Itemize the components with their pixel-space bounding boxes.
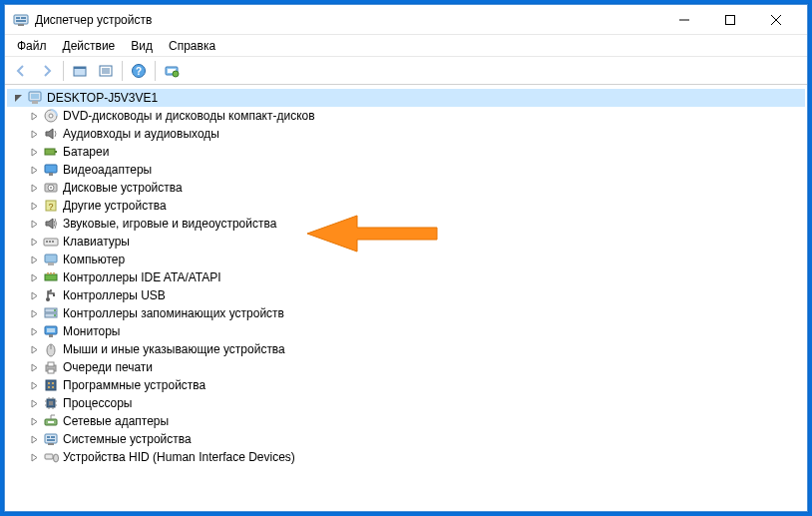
system-icon	[43, 431, 59, 447]
tree-item[interactable]: Устройства HID (Human Interface Devices)	[7, 448, 805, 466]
tree-item[interactable]: Дисковые устройства	[7, 179, 805, 197]
tree-content[interactable]: DESKTOP-J5V3VE1 DVD-дисководы и дисковод…	[5, 85, 807, 511]
svg-rect-3	[16, 20, 26, 22]
tree-item[interactable]: DVD-дисководы и дисководы компакт-дисков	[7, 107, 805, 125]
svg-rect-72	[45, 434, 57, 443]
expand-icon[interactable]	[27, 450, 41, 464]
svg-rect-49	[49, 334, 53, 337]
expand-icon[interactable]	[27, 217, 41, 231]
tree-item-label: Программные устройства	[63, 378, 205, 392]
svg-rect-33	[49, 241, 51, 243]
device-tree: DESKTOP-J5V3VE1 DVD-дисководы и дисковод…	[7, 88, 805, 467]
svg-point-46	[54, 314, 56, 316]
svg-rect-5	[726, 15, 735, 24]
expand-icon[interactable]	[27, 127, 41, 141]
expand-icon[interactable]	[27, 235, 41, 249]
expand-icon[interactable]	[27, 163, 41, 177]
tree-item[interactable]: Контроллеры запоминающих устройств	[7, 304, 805, 322]
tree-item-label: Дисковые устройства	[63, 181, 183, 195]
tree-item[interactable]: Мониторы	[7, 322, 805, 340]
storage-icon	[43, 305, 59, 321]
expand-icon[interactable]	[27, 414, 41, 428]
menu-action[interactable]: Действие	[55, 37, 124, 55]
expand-icon[interactable]	[27, 145, 41, 159]
titlebar: Диспетчер устройств	[5, 5, 807, 35]
svg-rect-4	[18, 24, 24, 26]
back-button[interactable]	[9, 59, 33, 83]
tree-item-label: Контроллеры IDE ATA/ATAPI	[63, 270, 221, 284]
expand-icon[interactable]	[27, 432, 41, 446]
svg-rect-40	[53, 272, 55, 274]
tree-item[interactable]: ?Другие устройства	[7, 197, 805, 215]
toolbar-button-4[interactable]	[94, 59, 118, 83]
help-button[interactable]: ?	[127, 59, 151, 83]
tree-item-label: Клавиатуры	[63, 235, 130, 249]
expand-icon[interactable]	[27, 253, 41, 266]
expand-icon[interactable]	[27, 181, 41, 195]
tree-item-label: Компьютер	[63, 253, 125, 266]
menu-help[interactable]: Справка	[161, 37, 223, 55]
tree-item[interactable]: Контроллеры IDE ATA/ATAPI	[7, 268, 805, 286]
show-hidden-button[interactable]	[68, 59, 92, 83]
tree-item[interactable]: Системные устройства	[7, 430, 805, 448]
expand-icon[interactable]	[27, 306, 41, 320]
hid-icon	[43, 449, 59, 465]
forward-button[interactable]	[35, 59, 59, 83]
svg-text:?: ?	[48, 202, 53, 212]
expand-icon[interactable]	[27, 199, 41, 213]
tree-item-label: Видеоадаптеры	[63, 163, 152, 177]
expand-icon[interactable]	[27, 288, 41, 302]
svg-rect-75	[47, 439, 55, 441]
tree-item[interactable]: Звуковые, игровые и видеоустройства	[7, 215, 805, 233]
close-button[interactable]	[753, 5, 799, 35]
expand-icon[interactable]	[27, 324, 41, 338]
tree-item-label: Очереди печати	[63, 360, 153, 374]
menubar: Файл Действие Вид Справка	[5, 35, 807, 57]
tree-item[interactable]: Контроллеры USB	[7, 286, 805, 304]
svg-rect-1	[16, 17, 20, 19]
maximize-button[interactable]	[707, 5, 753, 35]
tree-item-label: DVD-дисководы и дисководы компакт-дисков	[63, 109, 315, 123]
tree-item[interactable]: Батареи	[7, 143, 805, 161]
menu-view[interactable]: Вид	[123, 37, 161, 55]
expand-icon[interactable]	[27, 378, 41, 392]
tree-item[interactable]: Процессоры	[7, 394, 805, 412]
expand-icon[interactable]	[27, 270, 41, 284]
menu-file[interactable]: Файл	[9, 37, 55, 55]
svg-rect-42	[53, 294, 55, 296]
tree-item[interactable]: Мыши и иные указывающие устройства	[7, 340, 805, 358]
svg-rect-22	[45, 149, 55, 155]
minimize-button[interactable]	[661, 5, 707, 35]
audio-icon	[43, 126, 59, 142]
tree-root-row[interactable]: DESKTOP-J5V3VE1	[7, 89, 805, 107]
expand-icon[interactable]	[11, 91, 25, 105]
svg-rect-7	[74, 67, 86, 69]
drive-icon	[43, 180, 59, 196]
expand-icon[interactable]	[27, 109, 41, 123]
expand-icon[interactable]	[27, 360, 41, 374]
tree-item[interactable]: Сетевые адаптеры	[7, 412, 805, 430]
tree-item-label: Мониторы	[63, 324, 120, 338]
svg-rect-56	[48, 382, 50, 384]
svg-rect-24	[45, 165, 57, 173]
expand-icon[interactable]	[27, 396, 41, 410]
svg-rect-53	[48, 362, 54, 366]
tree-item[interactable]: Компьютер	[7, 251, 805, 268]
tree-root-label: DESKTOP-J5V3VE1	[47, 91, 158, 105]
disc-icon	[43, 108, 59, 124]
tree-item[interactable]: Видеоадаптеры	[7, 161, 805, 179]
tree-item[interactable]: Клавиатуры	[7, 233, 805, 251]
tree-item-label: Устройства HID (Human Interface Devices)	[63, 450, 295, 464]
expand-icon[interactable]	[27, 342, 41, 356]
tree-item[interactable]: Аудиовходы и аудиовыходы	[7, 125, 805, 143]
tree-item[interactable]: Очереди печати	[7, 358, 805, 376]
tree-item[interactable]: Программные устройства	[7, 376, 805, 394]
svg-rect-37	[45, 274, 57, 280]
computer-icon	[43, 252, 59, 267]
tree-item-label: Звуковые, игровые и видеоустройства	[63, 217, 276, 231]
svg-rect-18	[31, 94, 39, 99]
window-controls	[661, 5, 799, 35]
scan-button[interactable]	[160, 59, 184, 83]
tree-item-label: Сетевые адаптеры	[63, 414, 169, 428]
software-icon	[43, 377, 59, 393]
